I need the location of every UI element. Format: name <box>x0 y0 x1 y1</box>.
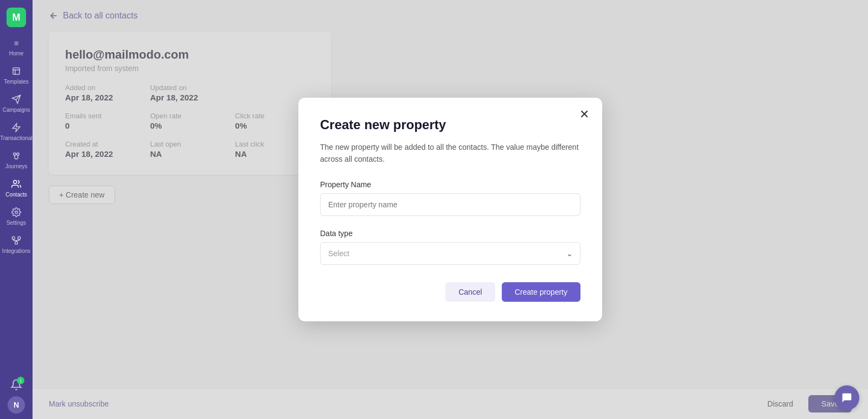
create-property-modal: ✕ Create new property The new property w… <box>298 98 602 322</box>
sidebar-item-integrations-label: Integrations <box>2 248 30 254</box>
sidebar-item-integrations[interactable]: Integrations <box>0 230 33 258</box>
svg-point-8 <box>15 211 18 214</box>
sidebar-item-campaigns-label: Campaigns <box>3 107 30 113</box>
property-name-label: Property Name <box>320 180 580 189</box>
sidebar-item-templates-label: Templates <box>4 79 29 85</box>
sidebar-item-home[interactable]: ⊞ Home <box>0 33 33 61</box>
app-logo: M <box>7 8 26 27</box>
transactional-icon <box>10 122 22 134</box>
contacts-icon <box>10 178 22 190</box>
svg-rect-9 <box>12 237 15 239</box>
campaigns-icon <box>10 93 22 105</box>
chat-icon <box>841 392 853 404</box>
sidebar-item-journeys-label: Journeys <box>5 163 28 169</box>
svg-rect-11 <box>15 242 18 244</box>
svg-rect-0 <box>13 68 20 74</box>
sidebar-bottom: 1 N <box>0 379 33 419</box>
sidebar-item-contacts[interactable]: Contacts <box>0 174 33 202</box>
data-type-select-wrapper: Select Text Number Date Boolean ⌄ <box>320 242 580 265</box>
cancel-button[interactable]: Cancel <box>445 282 495 302</box>
create-property-button[interactable]: Create property <box>502 282 580 302</box>
notification-count: 1 <box>17 377 24 384</box>
sidebar-item-settings[interactable]: Settings <box>0 202 33 230</box>
svg-point-5 <box>14 153 16 156</box>
journeys-icon <box>10 150 22 162</box>
modal-container: ✕ Create new property The new property w… <box>33 0 868 419</box>
svg-point-7 <box>14 180 17 183</box>
sidebar-item-journeys[interactable]: Journeys <box>0 145 33 174</box>
property-name-input[interactable] <box>320 193 580 216</box>
modal-description: The new property will be added to all th… <box>320 141 580 166</box>
sidebar-item-campaigns[interactable]: Campaigns <box>0 89 33 117</box>
modal-title: Create new property <box>320 117 580 132</box>
data-type-select[interactable]: Select Text Number Date Boolean <box>320 242 580 265</box>
modal-close-button[interactable]: ✕ <box>579 109 589 120</box>
svg-marker-4 <box>12 124 20 132</box>
sidebar-item-settings-label: Settings <box>7 220 26 226</box>
home-icon: ⊞ <box>10 37 22 49</box>
sidebar-item-transactional-label: Transactional <box>0 135 33 141</box>
sidebar-item-transactional[interactable]: Transactional <box>0 117 33 145</box>
sidebar-item-contacts-label: Contacts <box>5 192 27 198</box>
main-content: Back to all contacts hello@mailmodo.com … <box>33 0 868 419</box>
svg-point-6 <box>17 153 20 156</box>
sidebar: M ⊞ Home Templates Campaigns Transaction… <box>0 0 33 419</box>
modal-actions: Cancel Create property <box>320 282 580 302</box>
data-type-label: Data type <box>320 229 580 238</box>
integrations-icon <box>10 234 22 246</box>
templates-icon <box>10 65 22 77</box>
chat-support-button[interactable] <box>834 385 859 410</box>
avatar[interactable]: N <box>8 396 25 414</box>
notification-bell[interactable]: 1 <box>10 379 22 393</box>
settings-icon <box>10 206 22 218</box>
svg-rect-10 <box>18 237 21 239</box>
sidebar-item-templates[interactable]: Templates <box>0 61 33 89</box>
sidebar-item-home-label: Home <box>9 50 24 56</box>
